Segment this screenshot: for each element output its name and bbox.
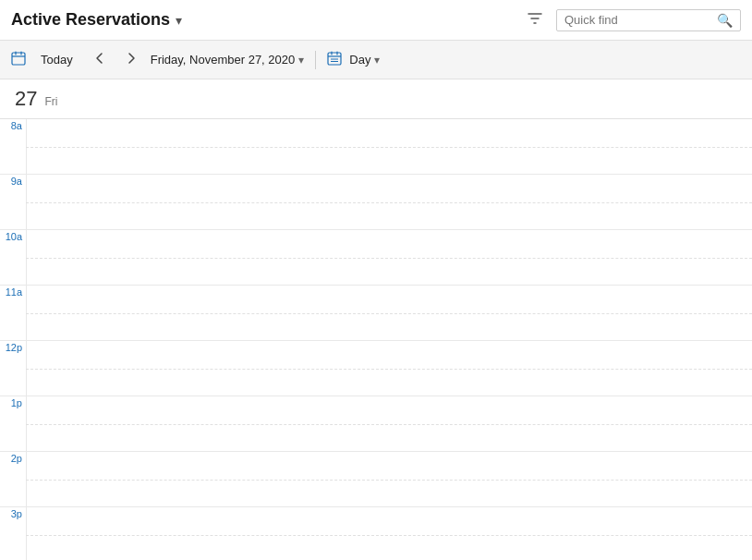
- app-header: Active Reservations ▾ 🔍: [0, 0, 752, 41]
- search-box[interactable]: 🔍: [556, 9, 741, 31]
- time-label: 3p: [0, 507, 26, 560]
- time-row: 10a: [0, 230, 752, 286]
- time-content[interactable]: [26, 507, 752, 560]
- time-label: 11a: [0, 286, 26, 340]
- day-header: 27 Fri: [0, 79, 752, 119]
- current-date: Friday, November 27, 2020: [151, 53, 296, 67]
- calendar-toolbar: Today Friday, November 27, 2020 ▾ Day ▾: [0, 41, 752, 79]
- search-input[interactable]: [564, 13, 711, 27]
- time-row: 1p: [0, 396, 752, 452]
- time-content[interactable]: [26, 119, 752, 174]
- calendar-body: 27 Fri 8a9a10a11a12p1p2p3p: [0, 79, 752, 560]
- prev-button[interactable]: [88, 48, 112, 71]
- title-dropdown-icon[interactable]: ▾: [176, 13, 182, 28]
- time-row: 12p: [0, 341, 752, 396]
- day-number: 27: [15, 87, 37, 110]
- toolbar-divider: [315, 51, 316, 69]
- view-calendar-icon: [327, 51, 342, 68]
- header-right: 🔍: [523, 6, 741, 34]
- search-icon: 🔍: [717, 13, 733, 28]
- next-button[interactable]: [119, 48, 143, 71]
- time-row: 8a: [0, 119, 752, 175]
- time-label: 2p: [0, 452, 26, 506]
- time-row: 2p: [0, 452, 752, 507]
- day-name: Fri: [44, 95, 57, 108]
- page-title: Active Reservations: [11, 10, 170, 30]
- calendar-icon: [11, 51, 26, 68]
- date-picker[interactable]: Friday, November 27, 2020 ▾: [151, 53, 305, 67]
- header-left: Active Reservations ▾: [11, 10, 182, 30]
- time-label: 8a: [0, 119, 26, 174]
- time-label: 9a: [0, 175, 26, 229]
- view-label: Day: [349, 53, 370, 67]
- time-row: 9a: [0, 175, 752, 230]
- date-chevron-icon: ▾: [298, 54, 304, 67]
- view-picker[interactable]: Day ▾: [349, 53, 380, 67]
- time-content[interactable]: [26, 230, 752, 285]
- time-label: 1p: [0, 396, 26, 451]
- view-chevron-icon: ▾: [374, 54, 380, 67]
- time-content[interactable]: [26, 286, 752, 340]
- filter-icon[interactable]: [523, 6, 547, 34]
- time-row: 11a: [0, 286, 752, 341]
- time-label: 10a: [0, 230, 26, 285]
- time-content[interactable]: [26, 341, 752, 396]
- time-content[interactable]: [26, 396, 752, 451]
- time-grid: 8a9a10a11a12p1p2p3p: [0, 119, 752, 560]
- today-button[interactable]: Today: [33, 49, 80, 70]
- time-row: 3p: [0, 507, 752, 560]
- svg-rect-0: [12, 53, 25, 65]
- time-content[interactable]: [26, 175, 752, 229]
- time-content[interactable]: [26, 452, 752, 506]
- time-label: 12p: [0, 341, 26, 396]
